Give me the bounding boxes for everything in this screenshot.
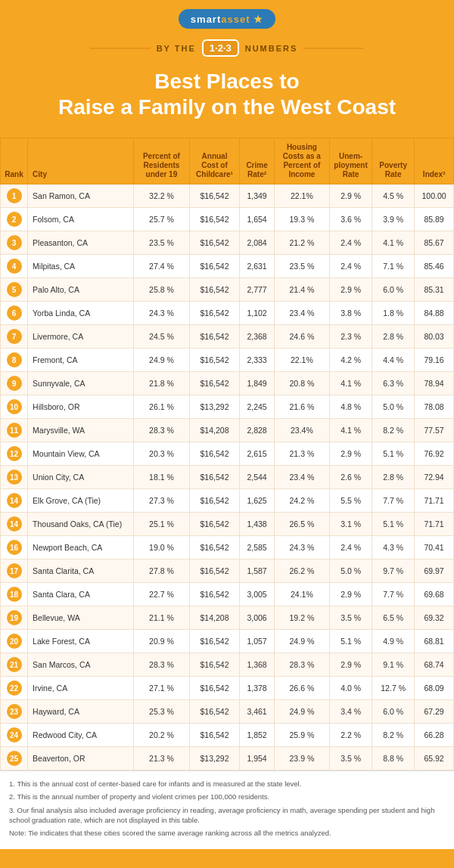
pct-under19-cell: 18.1 % bbox=[134, 466, 189, 489]
rank-badge: 1 bbox=[7, 188, 22, 203]
by-the-label: BY THE bbox=[157, 44, 196, 53]
col-housing: Housing Costs as a Percent of Income bbox=[274, 138, 329, 184]
childcare-cell: $16,542 bbox=[189, 349, 240, 372]
rank-cell: 4 bbox=[1, 255, 28, 278]
housing-cell: 19.2 % bbox=[274, 606, 329, 630]
index-cell: 71.71 bbox=[415, 513, 454, 536]
table-row: 8Fremont, CA24.9 %$16,5422,33322.1%4.2 %… bbox=[1, 349, 454, 372]
index-cell: 68.81 bbox=[415, 630, 454, 653]
crime-cell: 1,057 bbox=[240, 630, 274, 653]
poverty-cell: 7.7 % bbox=[372, 489, 415, 513]
index-cell: 69.68 bbox=[415, 583, 454, 606]
by-the-numbers-banner: BY THE 1·2·3 NUMBERS bbox=[0, 39, 454, 57]
index-cell: 71.71 bbox=[415, 489, 454, 513]
city-cell: Marysville, WA bbox=[28, 419, 134, 442]
rank-badge: 19 bbox=[7, 610, 22, 625]
table-row: 17Santa Clarita, CA27.8 %$16,5421,58726.… bbox=[1, 560, 454, 583]
table-row: 20Lake Forest, CA20.9 %$16,5421,05724.9 … bbox=[1, 630, 454, 653]
housing-cell: 23.4% bbox=[274, 419, 329, 442]
crime-cell: 3,006 bbox=[240, 606, 274, 630]
rank-cell: 13 bbox=[1, 466, 28, 489]
housing-cell: 21.3 % bbox=[274, 442, 329, 466]
table-row: 25Beaverton, OR21.3 %$13,2921,95423.9 %3… bbox=[1, 747, 454, 770]
unemp-cell: 3.1 % bbox=[330, 513, 372, 536]
childcare-cell: $16,542 bbox=[189, 372, 240, 395]
crime-cell: 2,333 bbox=[240, 349, 274, 372]
rank-badge: 14 bbox=[7, 493, 22, 508]
crime-cell: 1,438 bbox=[240, 513, 274, 536]
childcare-cell: $16,542 bbox=[189, 489, 240, 513]
poverty-cell: 7.7 % bbox=[372, 583, 415, 606]
index-cell: 77.57 bbox=[415, 419, 454, 442]
crime-cell: 2,828 bbox=[240, 419, 274, 442]
pct-under19-cell: 25.1 % bbox=[134, 513, 189, 536]
city-cell: Elk Grove, CA (Tie) bbox=[28, 489, 134, 513]
crime-cell: 1,587 bbox=[240, 560, 274, 583]
rank-badge: 23 bbox=[7, 704, 22, 719]
childcare-cell: $16,542 bbox=[189, 255, 240, 278]
city-cell: Lake Forest, CA bbox=[28, 630, 134, 653]
footnote-2: 2. This is the annual number of property… bbox=[9, 792, 445, 801]
childcare-cell: $16,542 bbox=[189, 536, 240, 560]
rank-badge: 9 bbox=[7, 376, 22, 391]
childcare-cell: $16,542 bbox=[189, 184, 240, 208]
pct-under19-cell: 24.3 % bbox=[134, 302, 189, 325]
city-cell: Hayward, CA bbox=[28, 700, 134, 724]
table-row: 22Irvine, CA27.1 %$16,5421,37826.6 %4.0 … bbox=[1, 677, 454, 700]
housing-cell: 24.3 % bbox=[274, 536, 329, 560]
poverty-cell: 8.8 % bbox=[372, 747, 415, 770]
footnote-1: 1. This is the annual cost of center-bas… bbox=[9, 779, 445, 789]
unemp-cell: 5.0 % bbox=[330, 560, 372, 583]
index-cell: 85.67 bbox=[415, 231, 454, 255]
index-cell: 67.29 bbox=[415, 700, 454, 724]
housing-cell: 23.4 % bbox=[274, 466, 329, 489]
city-cell: Mountain View, CA bbox=[28, 442, 134, 466]
table-row: 21San Marcos, CA28.3 %$16,5421,36828.3 %… bbox=[1, 653, 454, 677]
crime-cell: 1,102 bbox=[240, 302, 274, 325]
col-crime: Crime Rate² bbox=[240, 138, 274, 184]
pct-under19-cell: 21.8 % bbox=[134, 372, 189, 395]
crime-cell: 1,349 bbox=[240, 184, 274, 208]
childcare-cell: $14,208 bbox=[189, 419, 240, 442]
childcare-cell: $13,292 bbox=[189, 395, 240, 419]
pct-under19-cell: 19.0 % bbox=[134, 536, 189, 560]
table-row: 14Elk Grove, CA (Tie)27.3 %$16,5421,6252… bbox=[1, 489, 454, 513]
housing-cell: 28.3 % bbox=[274, 653, 329, 677]
city-cell: Yorba Linda, CA bbox=[28, 302, 134, 325]
rank-cell: 20 bbox=[1, 630, 28, 653]
col-pct-under19: Percent of Residents under 19 bbox=[134, 138, 189, 184]
city-cell: Santa Clara, CA bbox=[28, 583, 134, 606]
rank-badge: 17 bbox=[7, 563, 22, 578]
table-row: 12Mountain View, CA20.3 %$16,5422,61521.… bbox=[1, 442, 454, 466]
footnote-3: 3. Our final analysis also included aver… bbox=[9, 805, 445, 826]
unemp-cell: 5.5 % bbox=[330, 489, 372, 513]
pct-under19-cell: 25.7 % bbox=[134, 208, 189, 231]
index-cell: 78.94 bbox=[415, 372, 454, 395]
city-cell: Redwood City, CA bbox=[28, 724, 134, 747]
data-table-wrapper: Rank City Percent of Residents under 19 … bbox=[0, 138, 454, 848]
rank-cell: 7 bbox=[1, 325, 28, 349]
city-cell: Santa Clarita, CA bbox=[28, 560, 134, 583]
housing-cell: 24.1% bbox=[274, 583, 329, 606]
childcare-cell: $16,542 bbox=[189, 700, 240, 724]
housing-cell: 21.4 % bbox=[274, 278, 329, 302]
crime-cell: 1,625 bbox=[240, 489, 274, 513]
city-cell: Hillsboro, OR bbox=[28, 395, 134, 419]
crime-cell: 1,954 bbox=[240, 747, 274, 770]
rank-cell: 10 bbox=[1, 395, 28, 419]
rank-badge: 11 bbox=[7, 423, 22, 438]
poverty-cell: 8.2 % bbox=[372, 419, 415, 442]
rank-cell: 22 bbox=[1, 677, 28, 700]
childcare-cell: $14,208 bbox=[189, 606, 240, 630]
unemp-cell: 2.4 % bbox=[330, 255, 372, 278]
rank-cell: 24 bbox=[1, 724, 28, 747]
index-cell: 78.08 bbox=[415, 395, 454, 419]
crime-cell: 2,544 bbox=[240, 466, 274, 489]
childcare-cell: $16,542 bbox=[189, 653, 240, 677]
city-cell: Folsom, CA bbox=[28, 208, 134, 231]
unemp-cell: 4.1 % bbox=[330, 372, 372, 395]
unemp-cell: 3.6 % bbox=[330, 208, 372, 231]
pct-under19-cell: 20.2 % bbox=[134, 724, 189, 747]
rank-cell: 18 bbox=[1, 583, 28, 606]
index-cell: 85.89 bbox=[415, 208, 454, 231]
